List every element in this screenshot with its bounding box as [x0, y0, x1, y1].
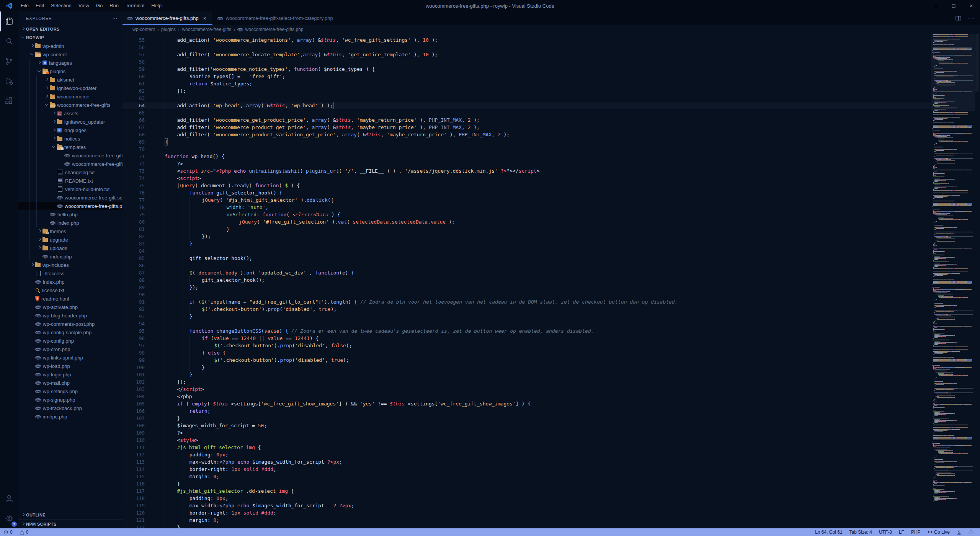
status-language-mode[interactable]: PHP — [908, 528, 924, 536]
tree-item-wp-content[interactable]: wp-content — [18, 50, 122, 59]
code-line-69[interactable]: 69} — [122, 138, 931, 145]
code-line-95[interactable]: 95function changeButtonCSS(value) { // Z… — [122, 327, 931, 335]
menu-terminal[interactable]: Terminal — [122, 0, 148, 11]
code-line-97[interactable]: 97$('.checkout-button').prop('disabled',… — [122, 342, 931, 349]
minimize-window-button[interactable]: ─ — [927, 0, 945, 11]
chevron-right-icon[interactable] — [36, 228, 42, 234]
status-cursor-position[interactable]: Ln 64, Col 61 — [812, 528, 846, 536]
tree-item-index-php[interactable]: phpindex.php — [18, 278, 122, 286]
tree-item-hello-php[interactable]: phphello.php — [18, 210, 122, 219]
tree-item-wp-trackback-php[interactable]: phpwp-trackback.php — [18, 404, 122, 412]
tree-item-index-php[interactable]: phpindex.php — [18, 252, 122, 261]
code-line-68[interactable]: 68add_filter( 'woocommerce_product_varia… — [122, 131, 931, 138]
tree-item-woocommerce-free-gift-select-[interactable]: phpwoocommerce-free-gift-select... — [18, 151, 122, 160]
tree-item-wp-cron-php[interactable]: phpwp-cron.php — [18, 345, 122, 353]
editor-more-actions-icon[interactable]: ··· — [968, 15, 975, 21]
tree-item-wp-mail-php[interactable]: phpwp-mail.php — [18, 379, 122, 387]
explorer-more-actions-icon[interactable]: ⋯ — [112, 15, 118, 21]
status-indentation[interactable]: Tab Size: 4 — [846, 528, 875, 536]
code-line-57[interactable]: 57add_filter( 'woocommerce_locate_templa… — [122, 51, 931, 58]
chevron-right-icon[interactable] — [29, 43, 35, 49]
tree-item-wp-activate-php[interactable]: phpwp-activate.php — [18, 303, 122, 311]
code-line-111[interactable]: 111#js_html_gift_selector img { — [122, 444, 931, 451]
code-line-118[interactable]: 118padding: 0px; — [122, 495, 931, 502]
code-line-94[interactable]: 94 — [122, 320, 931, 327]
breadcrumb-item-woocommerce-free-gifts[interactable]: woocommerce-free-gifts — [182, 27, 231, 32]
tree-item-languages[interactable]: alanguages — [18, 59, 122, 67]
menu-selection[interactable]: Selection — [47, 0, 75, 11]
code-line-73[interactable]: 73<script src="<?php echo untrailingslas… — [122, 167, 931, 175]
chevron-right-icon[interactable] — [36, 245, 42, 251]
tab-woocommerce-free-gifts.php[interactable]: phpwoocommerce-free-gifts.php× — [122, 11, 213, 25]
tree-item-upgrade[interactable]: upgrade — [18, 235, 122, 244]
code-line-67[interactable]: 67add_filter( 'woocommerce_product_get_p… — [122, 124, 931, 131]
code-line-115[interactable]: 115margin: 0; — [122, 473, 931, 480]
tree-item-changelog-txt[interactable]: changelog.txt — [18, 168, 122, 176]
code-line-80[interactable]: 80jQuery( '#free_gift_selection' ).val( … — [122, 218, 931, 226]
tree-item-plugins[interactable]: plugins — [18, 67, 122, 75]
menu-run[interactable]: Run — [106, 0, 122, 11]
tree-item-readme-txt[interactable]: README.txt — [18, 176, 122, 185]
code-line-104[interactable]: 104<?php — [122, 393, 931, 400]
code-line-88[interactable]: 88gift_selector_hook(); — [122, 276, 931, 284]
menu-edit[interactable]: Edit — [32, 0, 47, 11]
status-problems-warnings[interactable]: 0 — [16, 528, 32, 536]
tree-item-templates[interactable]: templates — [18, 143, 122, 151]
code-line-78[interactable]: 78width: 'auto', — [122, 204, 931, 211]
code-line-110[interactable]: 110<style> — [122, 436, 931, 444]
activity-source-control-icon[interactable] — [0, 51, 18, 71]
code-line-112[interactable]: 112padding: 0px; — [122, 451, 931, 458]
code-line-103[interactable]: 103</script> — [122, 386, 931, 393]
chevron-right-icon[interactable] — [44, 77, 50, 83]
code-line-81[interactable]: 81} — [122, 226, 931, 233]
code-line-93[interactable]: 93} — [122, 313, 931, 320]
code-line-96[interactable]: 96if (value == 12440 || value == 12441) … — [122, 335, 931, 342]
menu-go[interactable]: Go — [93, 0, 106, 11]
open-editors-section[interactable]: OPEN EDITORS — [18, 25, 122, 33]
code-line-106[interactable]: 106return; — [122, 407, 931, 415]
chevron-down-icon[interactable] — [29, 51, 35, 57]
code-line-76[interactable]: 76function gift_selector_hook() { — [122, 189, 931, 196]
code-line-79[interactable]: 79onSelected: function( selectedData ) { — [122, 211, 931, 218]
chevron-right-icon[interactable] — [51, 110, 57, 116]
chevron-right-icon[interactable] — [51, 136, 57, 142]
code-line-108[interactable]: 108$images_width_for_script = 50; — [122, 422, 931, 429]
code-line-90[interactable]: 90 — [122, 291, 931, 298]
tree-item-woocommerce-free-gifts[interactable]: woocommerce-free-gifts — [18, 101, 122, 109]
code-line-70[interactable]: 70 — [122, 145, 931, 153]
code-line-77[interactable]: 77jQuery( '#js_html_gift_selector' ).dds… — [122, 196, 931, 204]
chevron-right-icon[interactable] — [29, 262, 35, 268]
maximize-window-button[interactable]: □ — [945, 0, 962, 11]
tree-item-notices[interactable]: notices — [18, 134, 122, 143]
code-line-61[interactable]: 61return $notice_types; — [122, 80, 931, 87]
code-line-62[interactable]: 62}); — [122, 87, 931, 95]
code-line-71[interactable]: 71function wp_head() { — [122, 153, 931, 160]
tree-item-woocommerce-free-gifts-php[interactable]: phpwoocommerce-free-gifts.php — [18, 202, 122, 210]
code-line-113[interactable]: 113max-width:<?php echo $images_width_fo… — [122, 458, 931, 466]
menu-file[interactable]: File — [17, 0, 32, 11]
code-line-59[interactable]: 59add_filter('woocommerce_notice_types',… — [122, 65, 931, 73]
code-line-66[interactable]: 66add_filter( 'woocommerce_get_product_p… — [122, 116, 931, 124]
code-line-116[interactable]: 116} — [122, 480, 931, 487]
menu-view[interactable]: View — [75, 0, 93, 11]
breadcrumb-item-wp-content[interactable]: wp-content — [132, 27, 155, 32]
chevron-right-icon[interactable] — [51, 127, 57, 133]
minimap-viewport[interactable] — [931, 34, 975, 111]
code-line-98[interactable]: 98} else { — [122, 349, 931, 356]
tree-item-index-php[interactable]: phpindex.php — [18, 219, 122, 227]
tab-close-icon[interactable]: × — [202, 15, 208, 21]
breadcrumb-item-plugins[interactable]: plugins — [161, 27, 176, 32]
status-encoding[interactable]: UTF-8 — [875, 528, 895, 536]
code-line-101[interactable]: 101} — [122, 371, 931, 378]
breadcrumb-item-woocommerce-free-gifts.php[interactable]: phpwoocommerce-free-gifts.php — [237, 27, 303, 32]
status-problems-errors[interactable]: 0 — [0, 528, 16, 536]
vertical-scrollbar[interactable] — [975, 34, 980, 528]
code-line-74[interactable]: 74<script> — [122, 175, 931, 182]
code-line-100[interactable]: 100} — [122, 364, 931, 371]
root-folder-section[interactable]: ROYWIP — [18, 33, 122, 42]
split-editor-icon[interactable] — [955, 15, 962, 21]
code-line-114[interactable]: 114border-right: 1px solid #ddd; — [122, 466, 931, 473]
tree-item-wp-blog-header-php[interactable]: phpwp-blog-header.php — [18, 311, 122, 320]
chevron-down-icon[interactable] — [51, 144, 57, 150]
code-line-91[interactable]: 91if ($('input[name = "add_free_gift_to_… — [122, 298, 931, 306]
